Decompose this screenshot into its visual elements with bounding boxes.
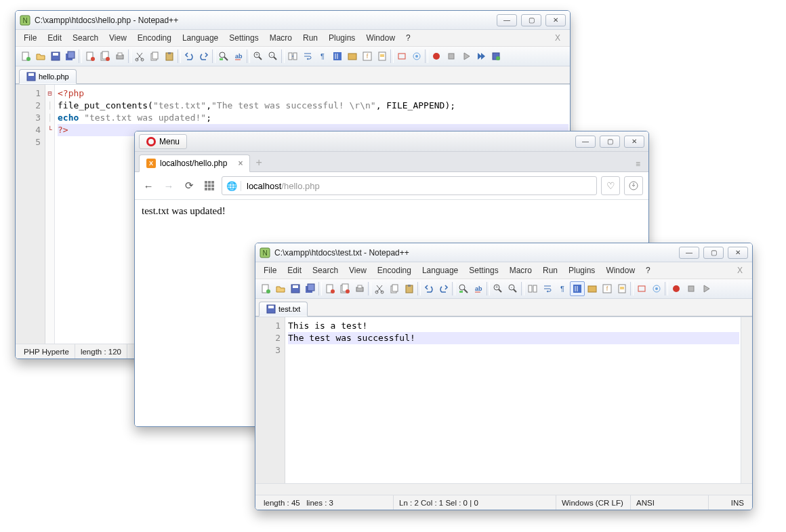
- wrap-icon[interactable]: [300, 49, 315, 64]
- folder-as-workspace-icon[interactable]: [345, 49, 360, 64]
- macro-record-icon[interactable]: [669, 281, 684, 296]
- menu-macro[interactable]: Macro: [264, 31, 297, 45]
- indent-guide-icon[interactable]: [570, 281, 585, 296]
- menu-plugins[interactable]: Plugins: [323, 31, 360, 45]
- minimize-button[interactable]: —: [679, 247, 699, 259]
- macro-play-icon[interactable]: [699, 281, 713, 296]
- zoom-in-icon[interactable]: +: [251, 49, 266, 64]
- menu-help[interactable]: ?: [400, 31, 416, 45]
- url-input[interactable]: localhost/hello.php: [241, 181, 596, 191]
- sync-v-icon[interactable]: [285, 49, 300, 64]
- minimize-button[interactable]: —: [575, 136, 596, 148]
- menu-edit[interactable]: Edit: [42, 31, 67, 45]
- undo-icon[interactable]: [421, 281, 436, 296]
- speed-dial-button[interactable]: [201, 178, 218, 194]
- menu-window[interactable]: Window: [600, 264, 640, 277]
- doc-map-icon[interactable]: [615, 281, 629, 296]
- find-icon[interactable]: [456, 281, 471, 296]
- wrap-icon[interactable]: [540, 281, 555, 296]
- maximize-button[interactable]: ▢: [600, 136, 620, 148]
- menu-search[interactable]: Search: [307, 264, 344, 277]
- paste-icon[interactable]: [162, 49, 177, 64]
- back-button[interactable]: ←: [140, 178, 157, 194]
- menu-help[interactable]: ?: [640, 264, 656, 277]
- file-tab-hello[interactable]: hello.php: [19, 69, 77, 84]
- print-icon[interactable]: [112, 49, 127, 64]
- redo-icon[interactable]: [436, 281, 451, 296]
- menu-search[interactable]: Search: [67, 31, 104, 45]
- close-button[interactable]: ✕: [624, 136, 644, 148]
- menu-edit[interactable]: Edit: [282, 264, 307, 277]
- minimize-button[interactable]: —: [497, 14, 517, 26]
- site-info-icon[interactable]: 🌐: [222, 181, 241, 191]
- scrollbar-horizontal[interactable]: [255, 483, 752, 495]
- menu-file[interactable]: File: [258, 264, 282, 277]
- replace-icon[interactable]: ab: [471, 281, 486, 296]
- copy-icon[interactable]: [387, 281, 402, 296]
- titlebar[interactable]: N C:\xampp\htdocs\test.txt - Notepad++ —…: [255, 243, 752, 262]
- indent-guide-icon[interactable]: [330, 49, 345, 64]
- macro-save-icon[interactable]: [489, 49, 503, 64]
- menu-macro[interactable]: Macro: [504, 264, 537, 277]
- menu-close-x[interactable]: X: [550, 31, 567, 45]
- paste-icon[interactable]: [402, 281, 417, 296]
- browser-topbar[interactable]: Menu — ▢ ✕: [135, 131, 648, 152]
- function-list-icon[interactable]: f: [360, 49, 375, 64]
- save-all-icon[interactable]: [63, 49, 78, 64]
- sync-v-icon[interactable]: [525, 281, 540, 296]
- menu-run[interactable]: Run: [537, 264, 563, 277]
- scrollbar-vertical[interactable]: [741, 317, 752, 483]
- macro-record-icon[interactable]: [429, 49, 444, 64]
- save-icon[interactable]: [48, 49, 63, 64]
- menu-settings[interactable]: Settings: [224, 31, 264, 45]
- code-editor[interactable]: 123 This is a test! The test was success…: [255, 316, 752, 483]
- zoom-out-icon[interactable]: -: [505, 281, 520, 296]
- menu-file[interactable]: File: [18, 31, 42, 45]
- print-icon[interactable]: [352, 281, 367, 296]
- close-button[interactable]: ✕: [545, 14, 566, 26]
- close-file-icon[interactable]: [323, 281, 337, 296]
- bookmark-heart-button[interactable]: ♡: [601, 176, 620, 195]
- menu-plugins[interactable]: Plugins: [563, 264, 600, 277]
- function-list-icon[interactable]: f: [600, 281, 615, 296]
- save-icon[interactable]: [288, 281, 303, 296]
- macro-play-multi-icon[interactable]: [474, 49, 489, 64]
- menu-close-x[interactable]: X: [732, 264, 749, 277]
- menu-language[interactable]: Language: [417, 264, 463, 277]
- titlebar[interactable]: N C:\xampp\htdocs\hello.php - Notepad++ …: [16, 11, 570, 30]
- new-file-icon[interactable]: [258, 281, 273, 296]
- address-bar[interactable]: 🌐 localhost/hello.php: [222, 176, 597, 195]
- copy-icon[interactable]: [147, 49, 162, 64]
- reload-button[interactable]: ⟳: [181, 178, 197, 194]
- maximize-button[interactable]: ▢: [703, 247, 724, 259]
- open-file-icon[interactable]: [33, 49, 48, 64]
- undo-icon[interactable]: [182, 49, 196, 64]
- menu-encoding[interactable]: Encoding: [132, 31, 177, 45]
- menu-settings[interactable]: Settings: [463, 264, 503, 277]
- folder-as-workspace-icon[interactable]: [585, 281, 600, 296]
- zoom-out-icon[interactable]: -: [266, 49, 281, 64]
- new-file-icon[interactable]: [18, 49, 33, 64]
- opera-menu-button[interactable]: Menu: [139, 134, 187, 149]
- zoom-in-icon[interactable]: +: [491, 281, 505, 296]
- find-icon[interactable]: [216, 49, 231, 64]
- open-file-icon[interactable]: [273, 281, 288, 296]
- doc-switch-icon[interactable]: [394, 49, 409, 64]
- doc-map-icon[interactable]: [375, 49, 390, 64]
- macro-stop-icon[interactable]: [684, 281, 699, 296]
- redo-icon[interactable]: [196, 49, 211, 64]
- menu-view[interactable]: View: [344, 264, 372, 277]
- macro-stop-icon[interactable]: [444, 49, 459, 64]
- menu-view[interactable]: View: [104, 31, 132, 45]
- monitor-icon[interactable]: [409, 49, 424, 64]
- tab-close-icon[interactable]: ×: [238, 159, 243, 168]
- close-all-icon[interactable]: [98, 49, 112, 64]
- menu-window[interactable]: Window: [360, 31, 400, 45]
- close-all-icon[interactable]: [337, 281, 352, 296]
- macro-play-icon[interactable]: [459, 49, 474, 64]
- doc-switch-icon[interactable]: [634, 281, 649, 296]
- new-tab-button[interactable]: +: [255, 157, 262, 171]
- file-tab-test[interactable]: test.txt: [259, 302, 308, 316]
- notepadpp-window-2[interactable]: N C:\xampp\htdocs\test.txt - Notepad++ —…: [255, 243, 753, 510]
- menu-language[interactable]: Language: [177, 31, 224, 45]
